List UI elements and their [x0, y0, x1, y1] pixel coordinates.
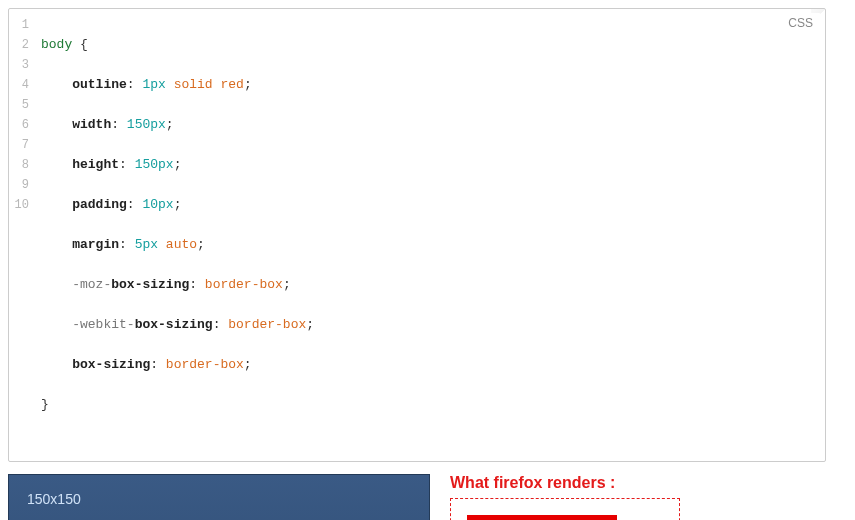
firefox-dashed-box: Real 150x150 Square [450, 498, 680, 520]
code-language-badge: CSS [780, 13, 821, 32]
code-content[interactable]: body { outline: 1px solid red; width: 15… [35, 9, 825, 461]
code-lines: 12345678910 body { outline: 1px solid re… [9, 9, 825, 461]
firefox-heading: What firefox renders : [450, 474, 680, 492]
lower-row: 150x150 5 5 auto auto 0 0 0 0 10 10 10 1… [8, 474, 847, 520]
line-number-gutter: 12345678910 [9, 9, 35, 461]
firefox-render-panel: What firefox renders : Real 150x150 Squa… [450, 474, 680, 520]
firefox-red-square: Real 150x150 Square [467, 515, 617, 520]
box-model-panel: 150x150 5 5 auto auto 0 0 0 0 10 10 10 1… [8, 474, 430, 520]
code-block: CSS 12345678910 body { outline: 1px soli… [8, 8, 826, 462]
box-model-dimensions: 150x150 [27, 491, 81, 507]
